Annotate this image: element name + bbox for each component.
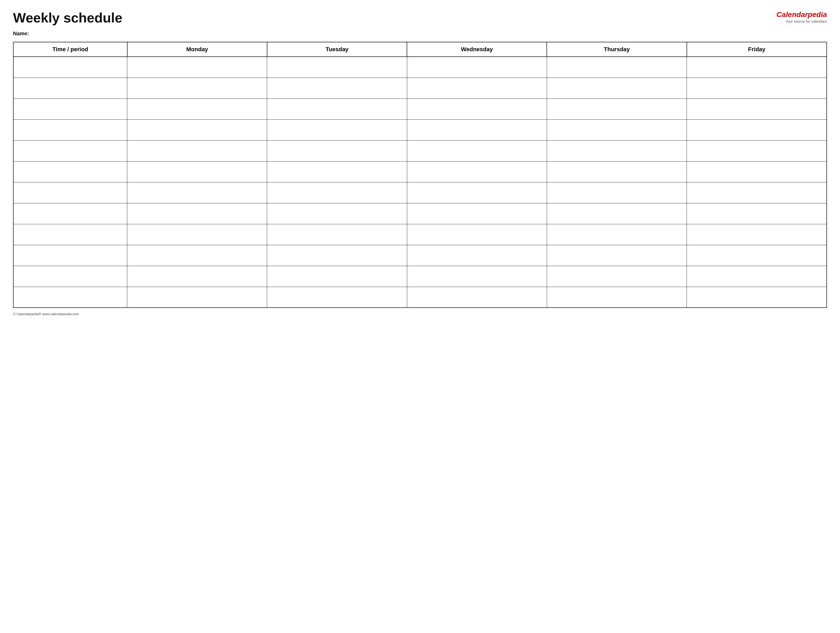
logo-tagline: Your source for calendars	[777, 19, 827, 24]
time-cell[interactable]	[13, 161, 127, 182]
schedule-cell[interactable]	[407, 182, 547, 203]
schedule-cell[interactable]	[127, 245, 267, 266]
col-header-friday: Friday	[687, 42, 827, 57]
time-cell[interactable]	[13, 266, 127, 287]
schedule-cell[interactable]	[127, 203, 267, 224]
name-label: Name:	[13, 31, 827, 36]
table-row	[13, 77, 827, 98]
schedule-cell[interactable]	[267, 224, 407, 245]
time-cell[interactable]	[13, 245, 127, 266]
logo-brand-normal: Calendar	[777, 11, 808, 19]
schedule-cell[interactable]	[687, 224, 827, 245]
schedule-cell[interactable]	[127, 57, 267, 77]
logo: Calendarpedia Your source for calendars	[777, 11, 827, 24]
table-row	[13, 120, 827, 140]
schedule-body	[13, 57, 827, 308]
schedule-cell[interactable]	[407, 224, 547, 245]
schedule-cell[interactable]	[267, 120, 407, 140]
schedule-cell[interactable]	[127, 287, 267, 308]
schedule-cell[interactable]	[127, 182, 267, 203]
schedule-cell[interactable]	[547, 77, 687, 98]
table-row	[13, 57, 827, 77]
time-cell[interactable]	[13, 140, 127, 161]
schedule-cell[interactable]	[407, 287, 547, 308]
schedule-cell[interactable]	[687, 57, 827, 77]
schedule-cell[interactable]	[127, 98, 267, 120]
schedule-cell[interactable]	[547, 98, 687, 120]
schedule-cell[interactable]	[127, 77, 267, 98]
table-row	[13, 140, 827, 161]
schedule-cell[interactable]	[687, 287, 827, 308]
schedule-cell[interactable]	[547, 161, 687, 182]
schedule-cell[interactable]	[687, 140, 827, 161]
schedule-cell[interactable]	[267, 182, 407, 203]
schedule-cell[interactable]	[267, 245, 407, 266]
table-header-row: Time / period Monday Tuesday Wednesday T…	[13, 42, 827, 57]
table-row	[13, 98, 827, 120]
schedule-cell[interactable]	[267, 287, 407, 308]
time-cell[interactable]	[13, 182, 127, 203]
schedule-cell[interactable]	[127, 224, 267, 245]
schedule-cell[interactable]	[267, 203, 407, 224]
footer-text: © Calendarpedia® www.calendarpedia.com	[13, 312, 79, 316]
schedule-cell[interactable]	[127, 140, 267, 161]
schedule-cell[interactable]	[407, 203, 547, 224]
schedule-cell[interactable]	[407, 98, 547, 120]
time-cell[interactable]	[13, 98, 127, 120]
time-cell[interactable]	[13, 224, 127, 245]
col-header-wednesday: Wednesday	[407, 42, 547, 57]
schedule-cell[interactable]	[127, 266, 267, 287]
time-cell[interactable]	[13, 287, 127, 308]
schedule-cell[interactable]	[127, 161, 267, 182]
table-row	[13, 245, 827, 266]
schedule-cell[interactable]	[547, 266, 687, 287]
page-header: Weekly schedule Calendarpedia Your sourc…	[13, 11, 827, 25]
logo-text: Calendarpedia	[777, 11, 827, 19]
schedule-cell[interactable]	[407, 245, 547, 266]
schedule-table: Time / period Monday Tuesday Wednesday T…	[13, 42, 827, 308]
schedule-cell[interactable]	[547, 287, 687, 308]
schedule-cell[interactable]	[547, 224, 687, 245]
schedule-cell[interactable]	[547, 120, 687, 140]
schedule-cell[interactable]	[407, 57, 547, 77]
schedule-cell[interactable]	[687, 77, 827, 98]
schedule-cell[interactable]	[407, 266, 547, 287]
col-header-time: Time / period	[13, 42, 127, 57]
schedule-cell[interactable]	[407, 120, 547, 140]
schedule-cell[interactable]	[407, 77, 547, 98]
schedule-cell[interactable]	[687, 245, 827, 266]
time-cell[interactable]	[13, 120, 127, 140]
schedule-cell[interactable]	[687, 182, 827, 203]
time-cell[interactable]	[13, 77, 127, 98]
page-title: Weekly schedule	[13, 11, 122, 25]
time-cell[interactable]	[13, 203, 127, 224]
table-row	[13, 161, 827, 182]
schedule-cell[interactable]	[267, 140, 407, 161]
schedule-cell[interactable]	[687, 203, 827, 224]
schedule-cell[interactable]	[267, 161, 407, 182]
time-cell[interactable]	[13, 57, 127, 77]
schedule-cell[interactable]	[687, 98, 827, 120]
schedule-cell[interactable]	[687, 266, 827, 287]
schedule-cell[interactable]	[547, 182, 687, 203]
table-row	[13, 203, 827, 224]
schedule-cell[interactable]	[547, 203, 687, 224]
schedule-cell[interactable]	[267, 57, 407, 77]
schedule-cell[interactable]	[267, 77, 407, 98]
col-header-tuesday: Tuesday	[267, 42, 407, 57]
schedule-cell[interactable]	[687, 120, 827, 140]
schedule-cell[interactable]	[687, 161, 827, 182]
schedule-cell[interactable]	[267, 98, 407, 120]
footer: © Calendarpedia® www.calendarpedia.com	[13, 312, 827, 316]
schedule-cell[interactable]	[267, 266, 407, 287]
schedule-cell[interactable]	[547, 57, 687, 77]
table-row	[13, 287, 827, 308]
schedule-cell[interactable]	[547, 140, 687, 161]
col-header-thursday: Thursday	[547, 42, 687, 57]
schedule-cell[interactable]	[407, 140, 547, 161]
schedule-cell[interactable]	[407, 161, 547, 182]
col-header-monday: Monday	[127, 42, 267, 57]
schedule-cell[interactable]	[127, 120, 267, 140]
logo-brand-italic: pedia	[808, 11, 827, 19]
schedule-cell[interactable]	[547, 245, 687, 266]
